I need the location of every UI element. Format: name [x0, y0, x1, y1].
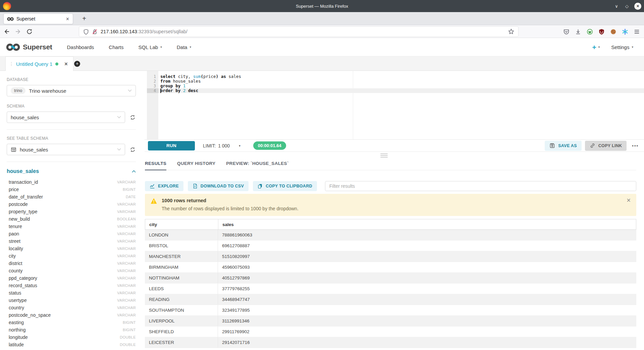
chevron-down-icon: ▾: [632, 45, 633, 49]
nav-item-label: Dashboards: [67, 44, 94, 50]
save-icon: [549, 143, 555, 148]
limit-dropdown[interactable]: LIMIT: 1 000 ▾: [203, 143, 240, 148]
schema-select[interactable]: house_sales: [7, 112, 125, 123]
column-header[interactable]: city: [145, 219, 218, 229]
more-options-button[interactable]: •••: [632, 143, 639, 148]
nav-item-label: SQL Lab: [139, 44, 158, 50]
results-tab-query-history[interactable]: QUERY HISTORY: [177, 161, 215, 170]
cookie-extension-icon[interactable]: [610, 29, 616, 35]
table-select[interactable]: house_sales: [7, 144, 125, 155]
extension-asterisk-icon[interactable]: [622, 29, 628, 35]
column-name: latitude: [9, 342, 24, 347]
table-column-row: districtVARCHAR: [7, 260, 136, 267]
table-cell: 29142071716: [218, 337, 636, 348]
table-column-row: record_statusVARCHAR: [7, 282, 136, 289]
back-button[interactable]: [3, 28, 10, 35]
chart-icon: [150, 183, 155, 189]
download-csv-button[interactable]: DOWNLOAD TO CSV: [188, 181, 249, 191]
sqllab-sidebar: DATABASE trino Trino warehouse SCHEMA ho…: [0, 71, 145, 350]
table-cell: 40512797869: [218, 273, 636, 283]
column-type: VARCHAR: [117, 298, 136, 302]
table-column-row: northingBIGINT: [7, 326, 136, 334]
results-tab-preview[interactable]: PREVIEW: `HOUSE_SALES`: [226, 161, 288, 170]
link-icon: [590, 143, 595, 148]
refresh-schema-icon[interactable]: [129, 114, 136, 121]
column-name: transaction_id: [9, 179, 38, 185]
nav-item-data[interactable]: Data▾: [177, 44, 191, 50]
drag-handle-icon[interactable]: ⋮: [9, 61, 13, 67]
code-line: from house_sales: [158, 79, 644, 84]
run-button[interactable]: RUN: [148, 141, 195, 150]
table-row: LIVERPOOL31126991346: [145, 316, 636, 326]
chevron-down-icon: ▾: [239, 144, 240, 147]
nav-item-sql-lab[interactable]: SQL Lab▾: [139, 44, 162, 50]
column-name: northing: [9, 327, 26, 333]
sidebar-divider: [7, 162, 136, 162]
database-select[interactable]: trino Trino warehouse: [7, 85, 136, 96]
insecure-lock-icon[interactable]: [92, 29, 98, 35]
alert-close-icon[interactable]: ✕: [627, 197, 631, 204]
table-cell: LEEDS: [145, 283, 218, 294]
url-text[interactable]: 217.160.120.143:32393/superset/sqllab/: [101, 29, 505, 34]
new-item-button[interactable]: + ▾: [592, 44, 600, 51]
column-type: VARCHAR: [117, 224, 136, 228]
table-cell: LIVERPOOL: [145, 316, 218, 326]
settings-menu[interactable]: Settings ▾: [611, 44, 633, 50]
column-type: BOOLEAN: [117, 217, 136, 221]
table-column-row: countryVARCHAR: [7, 304, 136, 311]
table-column-row: usertypeVARCHAR: [7, 297, 136, 304]
table-cell: 51510820997: [218, 251, 636, 262]
table-column-row: property_typeVARCHAR: [7, 208, 136, 215]
menu-hamburger-icon[interactable]: [634, 29, 640, 35]
column-type: VARCHAR: [117, 291, 136, 295]
column-name: county: [9, 268, 22, 273]
pane-drag-handle[interactable]: [380, 154, 388, 159]
editor-code-area[interactable]: select city, sum(price) as salesfrom hou…: [158, 71, 644, 139]
new-tab-button[interactable]: +: [79, 14, 89, 24]
url-bar[interactable]: 217.160.120.143:32393/superset/sqllab/: [79, 27, 518, 37]
query-tabbar: ⋮ Untitled Query 1 ✕ +: [0, 56, 644, 71]
privacy-mask-extension-icon[interactable]: [587, 29, 593, 35]
tracking-shield-icon[interactable]: [83, 29, 89, 35]
superset-logo[interactable]: Superset: [6, 43, 52, 52]
collapse-chevron-up-icon[interactable]: [132, 170, 136, 173]
browser-tab-close-icon[interactable]: ✕: [66, 16, 69, 21]
copy-link-label: COPY LINK: [598, 143, 622, 148]
window-close-button[interactable]: ✕: [634, 3, 641, 10]
copy-clipboard-button[interactable]: COPY TO CLIPBOARD: [253, 181, 317, 191]
filter-results-input[interactable]: [325, 181, 636, 191]
pocket-icon[interactable]: [563, 29, 570, 35]
table-column-row: paonVARCHAR: [7, 230, 136, 237]
chevron-down-icon: [117, 116, 121, 119]
table-cell: MANCHESTER: [145, 251, 218, 262]
ublock-extension-icon[interactable]: [598, 29, 605, 35]
chevron-down-icon: [128, 89, 132, 92]
add-query-tab-button[interactable]: +: [74, 61, 80, 67]
table-cell: NOTTINGHAM: [145, 273, 218, 283]
forward-button[interactable]: [15, 28, 21, 35]
column-type: VARCHAR: [117, 283, 136, 288]
nav-item-dashboards[interactable]: Dashboards: [67, 44, 94, 50]
results-tab-results[interactable]: RESULTS: [145, 161, 166, 170]
table-row: BRISTOL69612708887: [145, 240, 636, 251]
query-tab-close-icon[interactable]: ✕: [64, 61, 68, 67]
reload-button[interactable]: [26, 28, 33, 35]
refresh-tables-icon[interactable]: [129, 146, 136, 153]
browser-tab[interactable]: Superset ✕: [3, 13, 73, 24]
column-header[interactable]: sales: [218, 219, 636, 229]
line-number: 1: [147, 74, 158, 79]
table-cell: SHEFFIELD: [145, 326, 218, 337]
nav-item-charts[interactable]: Charts: [109, 44, 123, 50]
bookmark-star-icon[interactable]: [508, 29, 514, 35]
downloads-icon[interactable]: [575, 29, 581, 35]
window-minimize-button[interactable]: ∨: [613, 4, 620, 9]
line-number: 2: [147, 79, 158, 84]
window-maximize-button[interactable]: ◇: [624, 4, 630, 9]
copy-link-button[interactable]: COPY LINK: [585, 141, 627, 151]
query-tab[interactable]: ⋮ Untitled Query 1 ✕: [5, 56, 73, 71]
column-type: DOUBLE: [120, 335, 136, 339]
explore-button[interactable]: EXPLORE: [145, 181, 183, 191]
table-schema-title: house_sales: [7, 168, 39, 174]
save-as-button[interactable]: SAVE AS: [545, 141, 582, 151]
sql-editor[interactable]: 1234 select city, sum(price) as salesfro…: [145, 71, 644, 139]
